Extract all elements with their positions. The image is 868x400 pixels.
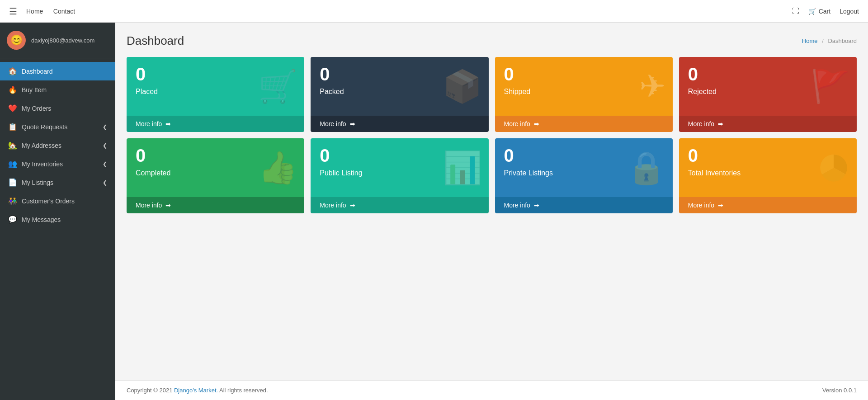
sidebar-item-my-addresses[interactable]: 🏡 My Addresses ❮ [0, 136, 115, 155]
dashboard-grid: 0 Placed 🛒 More info ➡ 0 Packed 📦 More i… [127, 57, 857, 213]
breadcrumb-home[interactable]: Home [802, 38, 818, 44]
nav-home[interactable]: Home [26, 8, 43, 15]
shipped-more-info[interactable]: More info ➡ [495, 116, 673, 132]
shipped-more-info-label: More info [504, 120, 530, 127]
completed-more-info-label: More info [136, 202, 162, 209]
sidebar-item-dashboard[interactable]: 🏠 Dashboard [0, 62, 115, 80]
page-header: Dashboard Home / Dashboard [127, 34, 857, 48]
topbar: ☰ Home Contact ⛶ 🛒 Cart Logout [0, 0, 868, 23]
packed-more-info[interactable]: More info ➡ [311, 116, 488, 132]
breadcrumb: Home / Dashboard [802, 38, 857, 44]
main-content: Dashboard Home / Dashboard 0 Placed 🛒 Mo… [115, 23, 868, 380]
card-packed: 0 Packed 📦 More info ➡ [311, 57, 488, 132]
fire-icon: 🔥 [8, 85, 17, 94]
card-public-listing: 0 Public Listing 📊 More info ➡ [311, 138, 488, 213]
placed-count: 0 [136, 65, 158, 83]
completed-arrow-icon: ➡ [165, 202, 171, 209]
flag-icon-card: 🚩 [811, 68, 850, 105]
nav-contact[interactable]: Contact [53, 8, 75, 15]
completed-count: 0 [136, 146, 170, 165]
cart-icon-card: 🛒 [258, 68, 297, 105]
cart-icon: 🛒 [808, 8, 816, 15]
sidebar-username: daxiyoj800@advew.com [31, 37, 94, 44]
card-private-listings: 0 Private Listings 🔒 More info ➡ [495, 138, 673, 213]
listings-icon: 📄 [8, 178, 17, 187]
footer-version: Version 0.0.1 [822, 387, 857, 394]
rejected-more-info-label: More info [688, 120, 714, 127]
total-inventories-more-info[interactable]: More info ➡ [679, 197, 857, 213]
placed-more-info[interactable]: More info ➡ [127, 116, 304, 132]
sidebar-item-my-orders[interactable]: ❤️ My Orders [0, 99, 115, 118]
sidebar-label-my-addresses: My Addresses [22, 142, 61, 149]
footer-copyright: Copyright © 2021 Django's Market. All ri… [127, 387, 268, 394]
public-listing-more-info[interactable]: More info ➡ [311, 197, 488, 213]
placed-arrow-icon: ➡ [165, 120, 171, 127]
topbar-left: ☰ Home Contact [9, 6, 83, 17]
topbar-nav: Home Contact [26, 7, 83, 15]
shipped-label: Shipped [504, 88, 531, 96]
logout-link[interactable]: Logout [840, 8, 859, 15]
customers-icon: 👫 [8, 197, 17, 205]
public-listing-label: Public Listing [320, 169, 362, 177]
sidebar-user: 😊 daxiyoj800@advew.com [0, 23, 115, 58]
packed-count: 0 [320, 65, 344, 83]
sidebar-menu: 🏠 Dashboard 🔥 Buy Item ❤️ My Orders 📋 Qu… [0, 58, 115, 232]
page-title: Dashboard [127, 34, 184, 48]
chevron-icon-3: ❮ [103, 161, 107, 167]
shipped-arrow-icon: ➡ [534, 120, 539, 127]
cart-link[interactable]: 🛒 Cart [808, 8, 830, 15]
footer-brand-link[interactable]: Django's Market. [174, 387, 218, 394]
public-listing-more-info-label: More info [320, 202, 346, 209]
card-rejected: 0 Rejected 🚩 More info ➡ [679, 57, 857, 132]
avatar-icon: 😊 [10, 34, 23, 46]
chevron-icon: ❮ [103, 124, 107, 130]
expand-icon[interactable]: ⛶ [792, 7, 799, 15]
packed-label: Packed [320, 88, 344, 96]
card-shipped: 0 Shipped ✈ More info ➡ [495, 57, 673, 132]
sidebar-item-my-inventories[interactable]: 👥 My Inventories ❮ [0, 155, 115, 173]
sidebar-label-buy-item: Buy Item [22, 86, 47, 94]
private-listings-arrow-icon: ➡ [534, 202, 539, 209]
card-completed: 0 Completed 👍 More info ➡ [127, 138, 304, 213]
home-icon: 🏡 [8, 141, 17, 150]
footer-rights: All rights reserved. [219, 387, 268, 394]
hamburger-icon[interactable]: ☰ [9, 6, 17, 17]
inventory-icon: 👥 [8, 160, 17, 168]
sidebar-label-my-inventories: My Inventories [22, 160, 63, 168]
topbar-right: ⛶ 🛒 Cart Logout [792, 7, 859, 15]
sidebar-item-my-listings[interactable]: 📄 My Listings ❮ [0, 173, 115, 192]
private-listings-more-info[interactable]: More info ➡ [495, 197, 673, 213]
messages-icon: 💬 [8, 215, 17, 224]
sidebar-label-dashboard: Dashboard [22, 68, 53, 75]
sidebar-item-buy-item[interactable]: 🔥 Buy Item [0, 80, 115, 99]
card-placed: 0 Placed 🛒 More info ➡ [127, 57, 304, 132]
packed-more-info-label: More info [320, 120, 346, 127]
breadcrumb-separator: / [822, 38, 824, 44]
sidebar-item-quote-requests[interactable]: 📋 Quote Requests ❮ [0, 118, 115, 136]
sidebar-label-my-messages: My Messages [22, 216, 61, 223]
private-listings-label: Private Listings [504, 169, 553, 177]
sidebar-label-my-orders: My Orders [22, 105, 51, 112]
sidebar-item-customers-orders[interactable]: 👫 Customer's Orders [0, 192, 115, 210]
chevron-icon-2: ❮ [103, 142, 107, 149]
chart-icon-card: 📊 [443, 149, 482, 186]
rejected-arrow-icon: ➡ [718, 120, 723, 127]
public-listing-count: 0 [320, 146, 362, 165]
sidebar-label-my-listings: My Listings [22, 179, 53, 186]
card-total-inventories: 0 Total Inventories More info ➡ [679, 138, 857, 213]
rejected-more-info[interactable]: More info ➡ [679, 116, 857, 132]
sidebar-item-my-messages[interactable]: 💬 My Messages [0, 210, 115, 229]
public-listing-arrow-icon: ➡ [350, 202, 355, 209]
logout-label: Logout [840, 8, 859, 15]
avatar: 😊 [7, 31, 26, 50]
placed-more-info-label: More info [136, 120, 162, 127]
placed-label: Placed [136, 88, 158, 96]
pie-chart-icon [817, 151, 850, 184]
lock-icon-card: 🔒 [627, 149, 666, 186]
footer: Copyright © 2021 Django's Market. All ri… [115, 380, 868, 400]
rejected-label: Rejected [688, 88, 717, 96]
thumbsup-icon-card: 👍 [258, 149, 297, 186]
total-inventories-arrow-icon: ➡ [718, 202, 723, 209]
completed-more-info[interactable]: More info ➡ [127, 197, 304, 213]
rejected-count: 0 [688, 65, 717, 83]
